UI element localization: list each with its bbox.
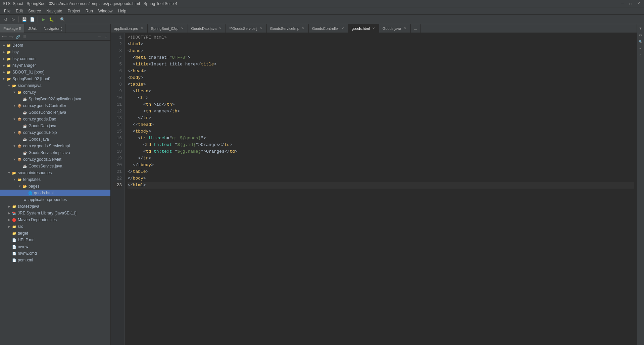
code-line-17[interactable]: <td th:text="${g.id}">Oranges</td> xyxy=(128,142,634,148)
gutter-icon-2[interactable]: ⚙ xyxy=(638,32,643,38)
editor-tab-goodsdaojava[interactable]: GoodsDao.java✕ xyxy=(188,24,226,33)
tree-arrow[interactable]: ▶ xyxy=(1,44,6,47)
editor-tab-goodsservicej[interactable]: **GoodsService.j✕ xyxy=(226,24,266,33)
tree-arrow[interactable]: ▶ xyxy=(1,70,6,74)
code-line-7[interactable]: <body> xyxy=(128,75,634,81)
code-line-14[interactable]: </thead> xyxy=(128,121,634,128)
tree-arrow[interactable]: ▶ xyxy=(1,64,6,67)
package-explorer[interactable]: ▶📁Deom▶📁hsy▶📁hsy-common▶📁hsy-manager▶📁SB… xyxy=(0,41,110,345)
panel-tab-navigator([interactable]: Navigator ( xyxy=(40,24,65,33)
menu-item-window[interactable]: Window xyxy=(96,8,115,14)
code-editor[interactable]: 1234567891011121314151617181920212223 <!… xyxy=(111,33,637,345)
code-line-1[interactable]: <!DOCTYPE html> xyxy=(128,34,634,41)
panel-tab-packagee[interactable]: Package E xyxy=(0,24,25,33)
menu-item-edit[interactable]: Edit xyxy=(13,8,26,14)
tree-item-target[interactable]: 📁target xyxy=(0,230,110,237)
editor-tab-applicationpro[interactable]: application.pro✕ xyxy=(111,24,148,33)
tree-arrow[interactable]: ▼ xyxy=(12,178,17,181)
editor-tab-goodsjava[interactable]: Goods.java✕ xyxy=(379,24,411,33)
toolbar-search-button[interactable]: 🔍 xyxy=(59,16,66,23)
tree-arrow[interactable]: ▶ xyxy=(7,225,11,228)
tree-item-springboot02boot[interactable]: ▼📂SpringBoot_02 [boot] xyxy=(0,76,110,82)
menu-item-source[interactable]: Source xyxy=(26,8,44,14)
tree-item-mavendependencies[interactable]: ▶🔴Maven Dependencies xyxy=(0,216,110,223)
tree-arrow[interactable]: ▼ xyxy=(12,158,17,161)
tree-arrow[interactable]: ▼ xyxy=(17,185,22,188)
tree-item-hsy[interactable]: ▶📁hsy xyxy=(0,49,110,55)
tree-item-goodsjava[interactable]: ☕Goods.java xyxy=(0,136,110,143)
code-line-8[interactable]: <table> xyxy=(128,81,634,88)
panel-expand-button[interactable]: ⟶ xyxy=(8,34,14,40)
toolbar-forward-button[interactable]: ▷ xyxy=(9,16,17,23)
tree-arrow[interactable]: ▶ xyxy=(7,205,11,208)
tree-arrow[interactable]: ▶ xyxy=(7,218,11,221)
tree-item-helpmd[interactable]: 📄HELP.md xyxy=(0,237,110,243)
tree-item-comcygoodscontroller[interactable]: ▼📦com.cy.goods.Controller xyxy=(0,102,110,109)
tree-item-jresystemlibraryjavase11[interactable]: ▶📚JRE System Library [JavaSE-11] xyxy=(0,210,110,216)
code-line-19[interactable]: </tr> xyxy=(128,155,634,162)
code-line-22[interactable]: </body> xyxy=(128,175,634,182)
tree-arrow[interactable]: ▼ xyxy=(1,77,6,81)
tree-item-comcygoodsservlet[interactable]: ▼📦com.cy.goods.Servlet xyxy=(0,156,110,163)
tab-close-button[interactable]: ✕ xyxy=(371,27,376,30)
tree-item-comcygoodsserviceimpl[interactable]: ▼📦com.cy.goods.ServiceImpl xyxy=(0,143,110,149)
code-line-10[interactable]: <tr> xyxy=(128,95,634,101)
code-line-13[interactable]: </tr> xyxy=(128,115,634,121)
tab-close-button[interactable]: ✕ xyxy=(403,27,407,30)
panel-menu-button[interactable]: ☰ xyxy=(21,34,28,40)
tree-item-src[interactable]: ▶📁src xyxy=(0,223,110,230)
tree-item-srcmainresources[interactable]: ▼📂src/main/resources xyxy=(0,169,110,176)
tree-arrow[interactable]: ▼ xyxy=(7,84,11,87)
tree-item-goodscontrollerjava[interactable]: ☕GoodsController.java xyxy=(0,109,110,116)
code-line-20[interactable]: </tbody> xyxy=(128,162,634,168)
code-line-5[interactable]: <title>Insert title here</title> xyxy=(128,61,634,68)
close-button[interactable]: ✕ xyxy=(636,1,641,6)
menu-item-run[interactable]: Run xyxy=(83,8,96,14)
tree-arrow[interactable]: ▶ xyxy=(1,50,6,54)
tab-close-button[interactable]: ✕ xyxy=(341,27,345,30)
tree-item-srcmainjava[interactable]: ▼📂src/main/java xyxy=(0,82,110,89)
code-line-18[interactable]: <td th:text="${g.name}">Oranges</td> xyxy=(128,148,634,155)
toolbar-debug-button[interactable]: 🐛 xyxy=(48,16,55,23)
code-line-12[interactable]: <th >name</th> xyxy=(128,108,634,115)
toolbar-save-button[interactable]: 💾 xyxy=(20,16,28,23)
tree-item-mvnwcmd[interactable]: 📄mvnw.cmd xyxy=(0,250,110,257)
toolbar-new-button[interactable]: 📄 xyxy=(29,16,36,23)
tab-close-button[interactable]: ✕ xyxy=(301,27,305,30)
code-line-21[interactable]: </table> xyxy=(128,168,634,175)
minimize-button[interactable]: ─ xyxy=(620,1,625,6)
tree-item-sboot01boot[interactable]: ▶📁SBOOT_01 [boot] xyxy=(0,69,110,76)
editor-tab-goodscontroller[interactable]: GoodsController✕ xyxy=(309,24,348,33)
gutter-icon-1[interactable]: ▼ xyxy=(638,26,643,31)
tree-item-mvnw[interactable]: 📄mvnw xyxy=(0,243,110,250)
tree-item-deom[interactable]: ▶📁Deom xyxy=(0,42,110,49)
tab-close-button[interactable]: ✕ xyxy=(140,27,144,30)
panel-minimize-button[interactable]: ─ xyxy=(96,34,102,40)
code-line-15[interactable]: <tbody> xyxy=(128,128,634,135)
tree-item-goodsserviceimpljava[interactable]: ☕GoodsServiceImpl.java xyxy=(0,149,110,156)
menu-item-navigate[interactable]: Navigate xyxy=(44,8,65,14)
toolbar-back-button[interactable]: ◁ xyxy=(1,16,9,23)
tree-item-comcygoodspojo[interactable]: ▼📦com.cy.goods.Pojo xyxy=(0,129,110,136)
editor-tab-goodsserviceimp[interactable]: GoodsServiceImp✕ xyxy=(267,24,309,33)
tree-arrow[interactable]: ▶ xyxy=(1,57,6,60)
maximize-button[interactable]: □ xyxy=(628,1,633,6)
tree-arrow[interactable]: ▼ xyxy=(12,91,17,94)
panel-collapse-button[interactable]: ⟵ xyxy=(1,34,7,40)
tree-item-hsycommon[interactable]: ▶📁hsy-common xyxy=(0,55,110,62)
code-line-3[interactable]: <head> xyxy=(128,48,634,54)
tree-item-goodsservicejava[interactable]: ☕GoodsService.java xyxy=(0,163,110,169)
tree-arrow[interactable]: ▼ xyxy=(12,131,17,134)
tree-item-goodsdaojava[interactable]: ☕GoodsDao.java xyxy=(0,122,110,129)
tree-item-templates[interactable]: ▼📂templates xyxy=(0,176,110,183)
editor-tab-springboot02p[interactable]: SpringBoot_02/p✕ xyxy=(148,24,188,33)
tab-close-button[interactable]: ✕ xyxy=(180,27,184,30)
menu-item-help[interactable]: Help xyxy=(115,8,129,14)
tree-item-hsymanager[interactable]: ▶📁hsy-manager xyxy=(0,62,110,69)
tree-arrow[interactable]: ▼ xyxy=(7,171,11,175)
tree-arrow[interactable]: ▼ xyxy=(12,144,17,148)
panel-tab-junit[interactable]: JUnit xyxy=(25,24,40,33)
code-line-2[interactable]: <html> xyxy=(128,41,634,48)
tree-item-comcy[interactable]: ▼📂com.cy xyxy=(0,89,110,96)
tree-item-applicationproperties[interactable]: ⚙application.properties xyxy=(0,196,110,203)
